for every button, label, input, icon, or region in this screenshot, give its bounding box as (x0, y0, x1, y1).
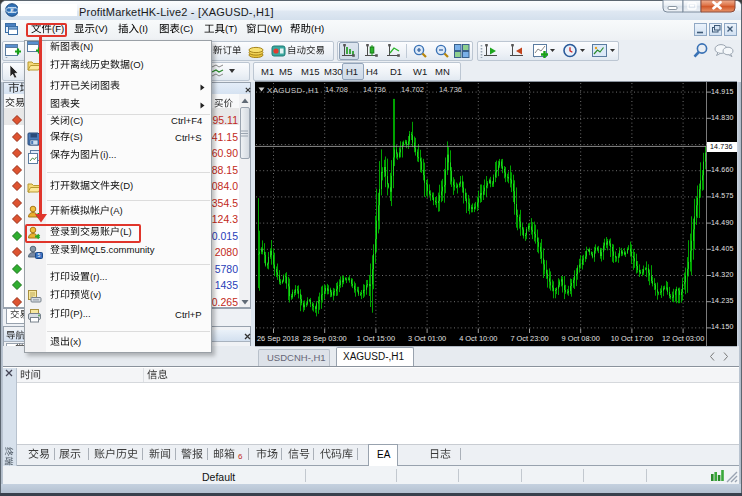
svg-text:(V): (V) (95, 23, 108, 34)
svg-text:(r)...: (r)... (90, 271, 107, 282)
svg-text:(i)...: (i)... (100, 149, 116, 160)
svg-text:6: 6 (238, 452, 243, 461)
svg-text:(A): (A) (110, 205, 123, 216)
svg-text:(D): (D) (120, 180, 133, 191)
svg-text:P: P (11, 8, 14, 13)
svg-text:Ctrl+S: Ctrl+S (175, 131, 202, 142)
svg-text:(O): (O) (130, 59, 144, 70)
svg-text:(W): (W) (267, 23, 282, 34)
svg-text:(C): (C) (70, 115, 83, 126)
svg-text:(N): (N) (80, 41, 93, 52)
svg-text:(v): (v) (90, 289, 101, 300)
svg-text:(x): (x) (70, 336, 81, 347)
svg-text:Ctrl+P: Ctrl+P (175, 308, 202, 319)
svg-text:(C): (C) (180, 23, 193, 34)
svg-text:(H): (H) (311, 23, 324, 34)
svg-text:(P)...: (P)... (70, 308, 91, 319)
svg-text:(I): (I) (139, 23, 148, 34)
svg-text:5: 5 (38, 252, 41, 258)
svg-text:(S): (S) (70, 131, 83, 142)
svg-text:(T): (T) (225, 23, 237, 34)
svg-text:MQL5.community: MQL5.community (80, 244, 155, 255)
svg-text:Ctrl+F4: Ctrl+F4 (171, 115, 202, 126)
